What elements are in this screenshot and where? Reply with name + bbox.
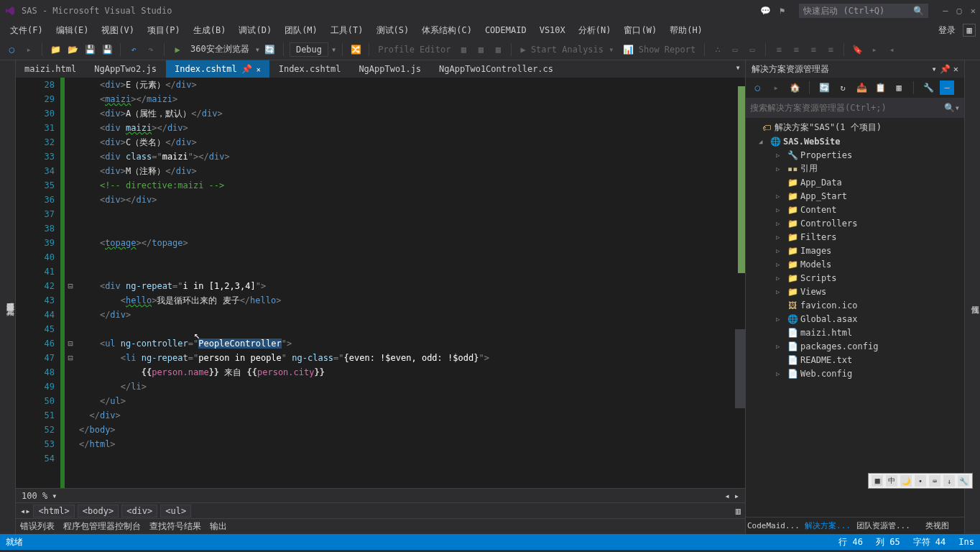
tree-item[interactable]: ▷📁Content	[746, 203, 964, 216]
fold-column[interactable]: ⊟⊟⊟	[65, 78, 76, 488]
tree-item[interactable]: ▷📄packages.config	[746, 339, 964, 353]
tree-solution-root[interactable]: 🏷解决方案"SAS"(1 个项目)	[746, 121, 964, 134]
tab-ngapptwo2[interactable]: NgAppTwo2.js	[85, 60, 166, 78]
menu-codemaid[interactable]: CODEMAID	[479, 24, 532, 37]
pbt-codemaid[interactable]: CodeMaid...	[746, 518, 800, 533]
tree-item[interactable]: ▷📁Controllers	[746, 216, 964, 230]
split-view-button[interactable]: ▥	[736, 506, 741, 516]
sol-showall-button[interactable]: 📋	[873, 80, 887, 95]
tool-icon-4[interactable]: ≡	[772, 42, 786, 57]
tree-item[interactable]: 📄maizi.html	[746, 326, 964, 339]
sol-wrench-button[interactable]: 🔧	[921, 80, 935, 95]
tree-item[interactable]: 📁App_Data	[746, 175, 964, 189]
sol-refresh-button[interactable]: ↻	[836, 80, 850, 95]
menu-vs10x[interactable]: VS10X	[534, 24, 571, 37]
ime-btn-2[interactable]: 中	[886, 475, 897, 487]
refresh-button[interactable]: 🔄	[263, 42, 277, 57]
nav-back-icon[interactable]: ◂▸	[20, 506, 30, 516]
tool-icon-2[interactable]: ▭	[728, 42, 742, 57]
tool-icon-1[interactable]: ⛬	[711, 42, 725, 57]
bookmark-icon[interactable]: 🔖	[850, 42, 864, 57]
tool-icon-9[interactable]: ◂	[884, 42, 899, 57]
ime-btn-5[interactable]: ⌨	[929, 475, 940, 487]
ime-btn-6[interactable]: ↓	[943, 475, 955, 487]
right-tool-strip[interactable]: 属性	[964, 60, 980, 534]
menu-tools[interactable]: 工具(T)	[325, 23, 369, 38]
sol-back-button[interactable]: ◯	[750, 80, 764, 95]
menu-file[interactable]: 文件(F)	[4, 23, 49, 38]
tab-overflow-button[interactable]: ▾	[731, 60, 745, 75]
tree-item[interactable]: ▷🔧Properties	[746, 148, 964, 162]
close-tab-icon[interactable]: ✕	[256, 65, 261, 73]
minimize-button[interactable]: —	[943, 6, 948, 16]
menu-project[interactable]: 项目(P)	[142, 23, 186, 38]
ime-btn-1[interactable]: 🔳	[872, 475, 883, 487]
publish-button[interactable]: 🔀	[348, 42, 363, 57]
bottom-tab-errors[interactable]: 错误列表	[20, 520, 55, 533]
tool-icon-8[interactable]: ▸	[867, 42, 882, 57]
search-icon[interactable]: 🔍▾	[944, 103, 960, 113]
maximize-button[interactable]: ▢	[957, 6, 962, 16]
feedback-icon[interactable]: 💬	[760, 6, 771, 16]
menu-edit[interactable]: 编辑(E)	[50, 23, 95, 38]
ime-btn-7[interactable]: 🔧	[958, 475, 969, 487]
run-button[interactable]: ▶	[170, 42, 185, 57]
scroll-track[interactable]	[735, 78, 745, 488]
close-button[interactable]: ✕	[971, 6, 976, 16]
tree-item[interactable]: ▷📁Filters	[746, 230, 964, 244]
menu-test[interactable]: 测试(S)	[371, 23, 415, 38]
panel-close-icon[interactable]: ✕	[953, 64, 958, 74]
code-content[interactable]: <div>E（元素）</div> <maizi></maizi> <div>A（…	[76, 78, 745, 488]
tree-item[interactable]: ▷🌐Global.asax	[746, 312, 964, 326]
show-report-button[interactable]: 📊 Show Report	[620, 45, 699, 55]
tool-icon-5[interactable]: ≡	[789, 42, 803, 57]
app-icon-3[interactable]: ▦	[491, 42, 505, 57]
tree-item[interactable]: 🖼favicon.ico	[746, 298, 964, 312]
flag-icon[interactable]: ⚑	[780, 6, 785, 16]
sol-fwd-button[interactable]: ▸	[769, 80, 783, 95]
tab-maizi[interactable]: maizi.html	[16, 60, 85, 78]
tool-icon-6[interactable]: ≡	[806, 42, 820, 57]
ime-btn-3[interactable]: 🌙	[900, 475, 912, 487]
tree-item[interactable]: ▷📁Views	[746, 285, 964, 298]
menu-team[interactable]: 团队(M)	[279, 23, 323, 38]
tree-item[interactable]: ▷📁Models	[746, 257, 964, 271]
login-link[interactable]: 登录	[933, 24, 961, 37]
config-dropdown[interactable]: Debug	[290, 42, 328, 57]
menu-debug[interactable]: 调试(D)	[233, 23, 277, 38]
menu-build[interactable]: 生成(B)	[188, 23, 232, 38]
pin-icon[interactable]: 📌	[241, 64, 252, 74]
tree-project[interactable]: ◢🌐SAS.WebSite	[746, 134, 964, 148]
tab-controller[interactable]: NgAppTwo1Controller.cs	[430, 60, 563, 78]
sol-properties-button[interactable]: ▦	[892, 80, 906, 95]
sol-sync-button[interactable]: 🔄	[817, 80, 831, 95]
tree-item[interactable]: ▷📁Scripts	[746, 271, 964, 285]
user-icon[interactable]: ▦	[963, 24, 976, 37]
save-all-button[interactable]: 💾	[100, 42, 114, 57]
bottom-tab-output[interactable]: 输出	[210, 520, 227, 533]
menu-analyze[interactable]: 分析(N)	[573, 23, 617, 38]
bottom-tab-pkgmgr[interactable]: 程序包管理器控制台	[63, 520, 141, 533]
tree-item[interactable]: ▷📁Images	[746, 244, 964, 257]
menu-view[interactable]: 视图(V)	[96, 23, 140, 38]
save-button[interactable]: 💾	[83, 42, 97, 57]
bottom-tab-findsym[interactable]: 查找符号结果	[149, 520, 201, 533]
sol-preview-button[interactable]: —	[940, 80, 954, 95]
left-tool-strip[interactable]: 服务器资源管理器 工具箱	[0, 60, 16, 534]
breadcrumb-div[interactable]: <div>	[121, 505, 157, 518]
undo-button[interactable]: ↶	[126, 42, 141, 57]
panel-pin-icon[interactable]: 📌	[940, 64, 951, 74]
quick-launch-input[interactable]: 快速启动 (Ctrl+Q)🔍	[799, 4, 928, 18]
tab-index-active[interactable]: Index.cshtml 📌 ✕	[166, 60, 270, 78]
code-editor[interactable]: 2829303132333435363738394041424344454647…	[16, 78, 745, 488]
menu-window[interactable]: 窗口(W)	[618, 23, 662, 38]
zoom-level[interactable]: 100 %	[22, 491, 47, 501]
sol-collapse-button[interactable]: 📥	[854, 80, 869, 95]
sol-home-button[interactable]: 🏠	[787, 80, 802, 95]
pbt-classview[interactable]: 类视图	[910, 518, 964, 534]
ime-toolbar[interactable]: 🔳 中 🌙 • ⌨ ↓ 🔧	[868, 473, 973, 489]
tree-item[interactable]: ▷📁App_Start	[746, 189, 964, 203]
panel-dropdown-icon[interactable]: ▾	[932, 64, 937, 74]
tree-item[interactable]: ▷📄Web.config	[746, 367, 964, 380]
breadcrumb-ul[interactable]: <ul>	[160, 505, 191, 518]
